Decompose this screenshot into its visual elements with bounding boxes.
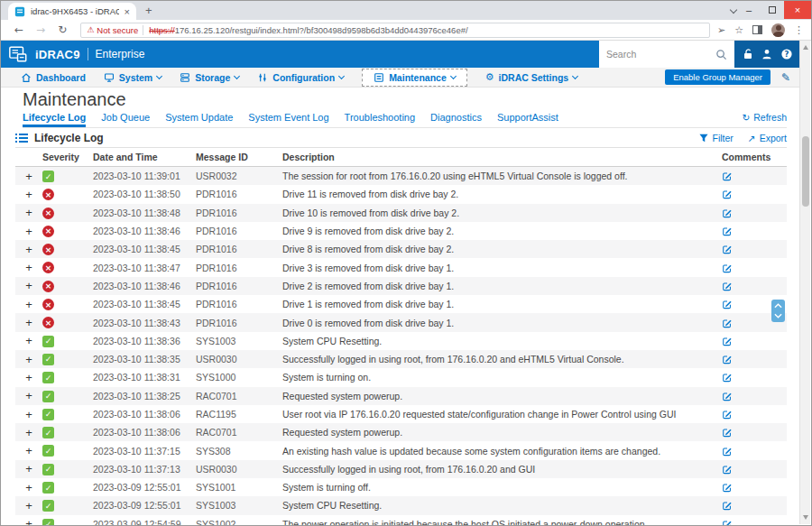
search-input[interactable] [606,49,715,60]
comment-edit-icon [722,519,733,525]
expand-row-button[interactable]: + [15,207,39,218]
tab-system-event-log[interactable]: System Event Log [248,112,328,127]
tab-search-chevron-icon[interactable] [730,6,737,14]
bookmark-star-icon[interactable]: ☆ [734,24,743,36]
expand-row-button[interactable]: + [15,335,39,346]
address-bar[interactable]: ⚠ Not secure https://176.16.25.120/restg… [80,23,710,38]
add-comment-button[interactable] [718,482,787,493]
scrollbar-up-icon[interactable] [803,45,808,50]
nav-item-configuration[interactable]: Configuration [257,72,344,83]
expand-row-button[interactable]: + [15,226,39,237]
expand-row-button[interactable]: + [15,445,39,457]
unlock-icon[interactable] [742,48,754,60]
add-comment-button[interactable] [718,171,787,181]
expand-row-button[interactable]: + [15,482,39,494]
nav-right-actions: Enable Group Manager ✎ [665,69,799,85]
log-description: Successfully logged in using root, from … [279,464,718,475]
add-comment-button[interactable] [718,427,787,438]
log-description: Drive 0 is removed from disk drive bay 1… [279,318,718,328]
scrollbar-thumb[interactable] [802,136,809,207]
add-comment-button[interactable] [718,409,787,420]
chevron-down-icon [572,72,578,78]
comment-edit-icon [722,354,733,365]
log-message-id: RAC1195 [192,409,279,420]
filter-link[interactable]: Filter [699,133,733,143]
browser-tab[interactable]: idrac-9HX6453 - iDRAC9 - Maint... × [8,3,136,20]
add-comment-button[interactable] [718,372,787,383]
severity-icon: × [42,262,54,273]
log-datetime: 2023-03-09 12:55:01 [89,482,192,493]
expand-row-button[interactable]: + [15,409,39,420]
add-comment-button[interactable] [718,354,787,365]
refresh-link[interactable]: ↻ Refresh [742,112,787,127]
expand-row-button[interactable]: + [15,317,39,328]
edit-pencil-icon[interactable]: ✎ [781,71,790,84]
expand-row-button[interactable]: + [15,427,39,438]
browser-profile-avatar[interactable] [771,23,785,37]
log-message-id: USR0032 [192,171,279,181]
expand-row-button[interactable]: + [15,280,39,291]
search-icon[interactable] [715,49,727,60]
table-scroll-widget[interactable] [771,300,785,322]
expand-row-button[interactable]: + [15,171,39,182]
add-comment-button[interactable] [718,464,787,475]
add-comment-button[interactable] [718,336,787,346]
expand-row-button[interactable]: + [15,500,39,512]
tab-system-update[interactable]: System Update [165,112,233,127]
window-minimize-button[interactable]: – [737,1,761,19]
tab-diagnostics[interactable]: Diagnostics [430,112,482,127]
reload-icon[interactable]: ↻ [58,23,67,36]
enable-group-manager-button[interactable]: Enable Group Manager [665,69,770,85]
tab-job-queue[interactable]: Job Queue [101,112,150,127]
refresh-icon: ↻ [742,112,750,123]
tab-troubleshooting[interactable]: Troubleshooting [345,112,415,127]
nav-item-maintenance[interactable]: Maintenance [362,69,467,87]
expand-row-button[interactable]: + [15,390,39,401]
expand-row-button[interactable]: + [15,244,39,255]
expand-row-button[interactable]: + [15,189,39,200]
comment-edit-icon [722,336,733,346]
tab-lifecycle-log[interactable]: Lifecycle Log [23,112,86,127]
tab-close-icon[interactable]: × [125,6,130,17]
add-comment-button[interactable] [718,244,787,254]
expand-row-button[interactable]: + [15,372,39,383]
log-datetime: 2023-03-10 11:38:45 [89,244,192,254]
forward-icon[interactable]: → [36,23,45,36]
add-comment-button[interactable] [718,519,787,525]
add-comment-button[interactable] [718,500,787,511]
scroll-down-icon[interactable] [774,313,782,318]
expand-row-button[interactable]: + [15,262,39,273]
export-link[interactable]: ↗ Export [748,133,787,143]
tab-supportassist[interactable]: SupportAssist [497,112,558,127]
new-tab-button[interactable]: + [145,4,152,17]
nav-item-storage[interactable]: Storage [180,72,239,83]
log-description: The power operation is initiated because… [279,519,718,525]
nav-item-dashboard[interactable]: Dashboard [21,72,86,83]
add-comment-button[interactable] [718,263,787,273]
nav-item-system[interactable]: System [104,72,161,83]
window-close-button[interactable]: × [784,1,811,19]
add-comment-button[interactable] [718,226,787,236]
back-icon[interactable]: ← [14,23,23,36]
side-panel-icon[interactable] [752,25,762,34]
share-icon[interactable]: ➢ [717,24,725,36]
expand-row-button[interactable]: + [15,299,39,310]
browser-menu-icon[interactable]: ⋮ [794,24,804,36]
add-comment-button[interactable] [718,189,787,199]
not-secure-label[interactable]: Not secure [97,25,138,35]
help-icon[interactable]: ? [780,48,793,60]
browser-scrollbar[interactable] [799,41,810,524]
user-icon[interactable] [761,48,773,60]
add-comment-button[interactable] [718,446,787,457]
scroll-up-icon[interactable] [774,303,782,309]
expand-row-button[interactable]: + [15,518,39,525]
window-maximize-button[interactable] [761,1,784,19]
add-comment-button[interactable] [718,281,787,291]
expand-row-button[interactable]: + [15,463,39,475]
nav-item-idrac-settings[interactable]: ⚙ iDRAC Settings [485,71,577,83]
add-comment-button[interactable] [718,208,787,218]
svg-text:?: ? [784,50,789,59]
expand-row-button[interactable]: + [15,354,39,365]
add-comment-button[interactable] [718,391,787,401]
scrollbar-down-icon[interactable] [803,515,808,520]
